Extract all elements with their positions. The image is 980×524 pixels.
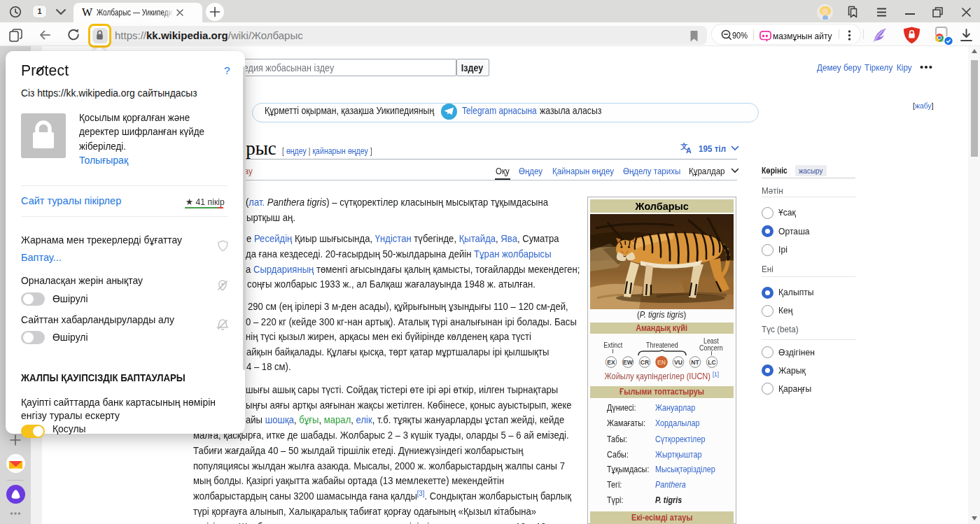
svg-text:NT: NT [691,359,699,366]
svg-text:EW: EW [623,359,634,366]
svg-text:A: A [686,146,692,154]
svg-text:LC: LC [708,359,715,366]
svg-text:VU: VU [674,359,682,366]
svg-text:CR: CR [640,359,650,366]
svg-text:EX: EX [607,359,615,366]
svg-text:EN: EN [657,359,666,366]
